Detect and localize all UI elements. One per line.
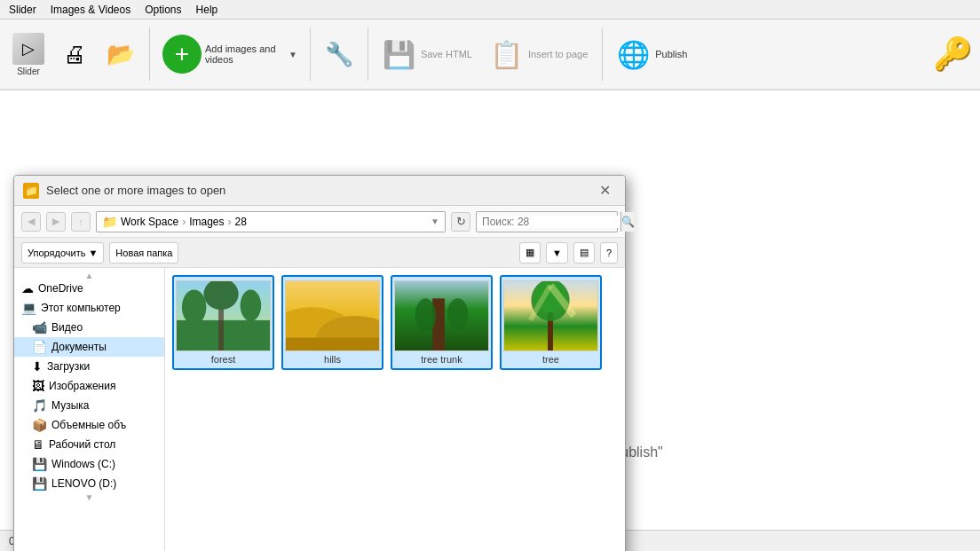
folder-tree-panel: ▲ ☁ OneDrive 💻 Этот компьютер 📹 Видео 📄 … [14, 268, 165, 551]
tree-item-music[interactable]: 🎵 Музыка [14, 396, 164, 415]
images-icon: 🖼 [32, 379, 44, 393]
dialog-title-text: Select one or more images to open [46, 184, 587, 197]
folder-icon: 📂 [107, 41, 135, 68]
file-open-dialog: 📁 Select one or more images to open ✕ ◀ … [13, 175, 626, 551]
breadcrumb-chevron-icon[interactable]: ▼ [431, 216, 439, 226]
tree-item-images[interactable]: 🖼 Изображения [14, 376, 164, 396]
dialog-title-icon: 📁 [23, 183, 39, 199]
dialog-toolbar: Упорядочить ▼ Новая папка ▦ ▼ ▤ ? [14, 238, 625, 268]
open-button[interactable]: 📂 [99, 22, 142, 86]
desktop-icon: 🖥 [32, 437, 44, 452]
hills-label: hills [324, 354, 341, 365]
wrench-icon: 🔧 [325, 41, 353, 68]
downloads-icon: ⬇ [32, 359, 43, 374]
save-html-label: Save HTML [421, 48, 472, 60]
tree-item-video[interactable]: 📹 Видео [14, 318, 164, 337]
tree-item-documents[interactable]: 📄 Документы [14, 337, 164, 357]
publish-label: Publish [655, 48, 687, 60]
slider-button[interactable]: ▷ Slider [7, 22, 50, 86]
insert-icon: 📋 [490, 39, 523, 70]
video-label: Видео [51, 321, 83, 334]
save-html-button[interactable]: 💾 Save HTML [375, 22, 479, 86]
tree-item-3d[interactable]: 📦 Объемные объ [14, 415, 164, 435]
search-button[interactable]: 🔍 [620, 212, 635, 232]
3d-icon: 📦 [32, 418, 47, 432]
separator-3 [368, 28, 368, 81]
key-icon: 🔑 [933, 35, 973, 73]
breadcrumb-28: 28 [235, 216, 247, 228]
separator-2 [310, 28, 311, 81]
menu-images-videos[interactable]: Images & Videos [51, 4, 131, 16]
toolbar: ▷ Slider 🖨 📂 + Add images and videos ▼ 🔧… [0, 20, 980, 91]
music-icon: 🎵 [32, 398, 47, 413]
view-tiles-button[interactable]: ▦ [519, 242, 541, 264]
tree-item-downloads[interactable]: ⬇ Загрузки [14, 357, 164, 376]
order-chevron-icon: ▼ [88, 248, 98, 258]
trunk-svg [395, 280, 488, 351]
documents-label: Документы [51, 341, 107, 353]
print-icon: 🖨 [63, 41, 86, 68]
file-thumb-hills[interactable]: hills [281, 275, 383, 370]
view-list-button[interactable]: ▤ [573, 242, 595, 264]
menu-options[interactable]: Options [145, 4, 181, 16]
order-button[interactable]: Упорядочить ▼ [21, 242, 104, 264]
back-button[interactable]: ◀ [21, 212, 41, 232]
tree-item-onedrive[interactable]: ☁ OneDrive [14, 279, 164, 298]
add-circle-icon: + [162, 35, 202, 74]
menu-bar: Slider Images & Videos Options Help [0, 0, 980, 20]
tree-item-c-drive[interactable]: 💾 Windows (C:) [14, 454, 164, 474]
svg-rect-11 [286, 281, 379, 351]
tools-button[interactable]: 🔧 [318, 22, 360, 86]
video-icon: 📹 [32, 320, 47, 335]
tree-svg [504, 280, 597, 351]
key-area: 🔑 [933, 35, 973, 73]
menu-help[interactable]: Help [196, 4, 218, 16]
print-button[interactable]: 🖨 [53, 22, 96, 86]
forest-svg [177, 280, 270, 351]
search-box: 🔍 [476, 211, 618, 232]
trunk-label: tree trunk [421, 354, 462, 365]
separator-4 [602, 28, 603, 81]
dialog-close-button[interactable]: ✕ [594, 180, 616, 201]
svg-point-16 [447, 298, 469, 329]
breadcrumb[interactable]: 📁 Work Space › Images › 28 ▼ [96, 211, 446, 232]
search-input[interactable] [477, 216, 620, 228]
tree-label: tree [542, 354, 559, 365]
view-chevron-button[interactable]: ▼ [546, 242, 568, 264]
menu-slider[interactable]: Slider [9, 4, 36, 16]
file-thumb-trunk[interactable]: tree trunk [391, 275, 493, 370]
tree-item-desktop[interactable]: 🖥 Рабочий стол [14, 435, 164, 454]
breadcrumb-folder-icon: 📁 [102, 215, 117, 229]
new-folder-button[interactable]: Новая папка [109, 242, 178, 264]
forward-button[interactable]: ▶ [46, 212, 66, 232]
tree-item-d-drive[interactable]: 💾 LENOVO (D:) [14, 474, 164, 493]
computer-icon: 💻 [21, 301, 36, 315]
insert-label: Insert to page [528, 48, 588, 60]
onedrive-label: OneDrive [38, 282, 83, 295]
file-thumb-tree[interactable]: tree [500, 275, 602, 370]
tree-item-computer[interactable]: 💻 Этот компьютер [14, 298, 164, 318]
add-chevron-icon[interactable]: ▼ [288, 50, 297, 59]
add-images-label: Add images and videos [205, 43, 285, 65]
publish-button[interactable]: 🌐 Publish [610, 22, 694, 86]
slider-label: Slider [17, 67, 40, 76]
hills-svg [286, 280, 379, 351]
trunk-thumbnail [394, 280, 489, 351]
refresh-button[interactable]: ↻ [451, 212, 470, 232]
dialog-body: ▲ ☁ OneDrive 💻 Этот компьютер 📹 Видео 📄 … [14, 268, 625, 551]
publish-icon: 🌐 [617, 39, 650, 70]
documents-icon: 📄 [32, 340, 47, 354]
dialog-title-bar: 📁 Select one or more images to open ✕ [14, 176, 625, 206]
file-grid-panel: forest [165, 268, 625, 551]
tree-thumbnail [503, 280, 598, 351]
images-label: Изображения [49, 380, 115, 392]
up-button[interactable]: ↑ [71, 212, 91, 232]
help-dialog-button[interactable]: ? [600, 242, 618, 264]
insert-to-page-button[interactable]: 📋 Insert to page [483, 22, 595, 86]
computer-label: Этот компьютер [41, 302, 121, 314]
d-drive-icon: 💾 [32, 476, 47, 491]
add-images-button[interactable]: + Add images and videos ▼ [157, 22, 303, 86]
3d-label: Объемные объ [51, 419, 126, 431]
file-thumb-forest[interactable]: forest [172, 275, 274, 370]
slider-icon: ▷ [12, 33, 44, 65]
